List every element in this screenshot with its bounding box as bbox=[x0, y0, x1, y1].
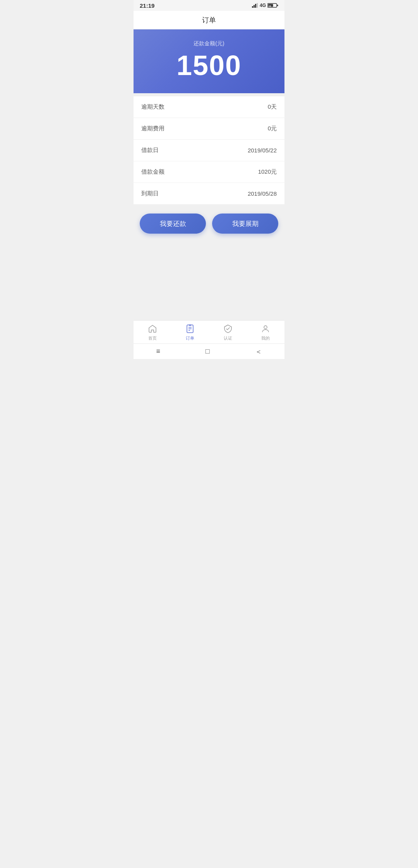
verify-icon bbox=[223, 324, 233, 334]
tab-verify[interactable]: 认证 bbox=[209, 324, 247, 341]
home-button[interactable]: □ bbox=[206, 347, 210, 355]
mine-icon bbox=[260, 324, 271, 334]
tab-verify-label: 认证 bbox=[224, 335, 232, 341]
detail-value-0: 0天 bbox=[268, 103, 277, 111]
back-button[interactable]: ＜ bbox=[255, 347, 262, 356]
status-time: 21:19 bbox=[140, 2, 154, 9]
tab-mine[interactable]: 我的 bbox=[247, 324, 285, 341]
menu-button[interactable]: ≡ bbox=[156, 347, 160, 355]
svg-rect-5 bbox=[277, 5, 278, 6]
svg-rect-0 bbox=[252, 6, 253, 8]
tab-bar: 首页 订单 认证 我的 bbox=[134, 320, 284, 343]
detail-label-2: 借款日 bbox=[141, 147, 159, 154]
hero-amount: 1500 bbox=[141, 50, 277, 81]
order-icon bbox=[185, 324, 195, 334]
svg-rect-1 bbox=[254, 5, 255, 8]
detail-label-0: 逾期天数 bbox=[141, 103, 164, 111]
tab-order-label: 订单 bbox=[186, 335, 194, 341]
detail-label-1: 逾期费用 bbox=[141, 125, 164, 132]
svg-rect-12 bbox=[189, 325, 191, 326]
tab-mine-label: 我的 bbox=[261, 335, 270, 341]
action-section: 我要还款 我要展期 bbox=[134, 204, 284, 243]
detail-row: 借款金额 1020元 bbox=[134, 161, 284, 183]
status-icons: 4G 58 bbox=[252, 3, 278, 8]
page-title: 订单 bbox=[202, 15, 216, 25]
tab-order[interactable]: 订单 bbox=[171, 324, 209, 341]
detail-row: 借款日 2019/05/22 bbox=[134, 140, 284, 161]
svg-rect-2 bbox=[255, 4, 256, 8]
header: 订单 bbox=[134, 11, 284, 29]
hero-label: 还款金额(元) bbox=[141, 40, 277, 47]
network-label: 4G bbox=[260, 3, 266, 8]
details-section: 逾期天数 0天 逾期费用 0元 借款日 2019/05/22 借款金额 1020… bbox=[134, 96, 284, 204]
battery-icon: 58 bbox=[267, 3, 278, 8]
detail-value-3: 1020元 bbox=[258, 168, 277, 176]
nav-bar: ≡ □ ＜ bbox=[134, 343, 284, 359]
detail-value-1: 0元 bbox=[268, 125, 277, 132]
signal-icon bbox=[252, 3, 258, 8]
tab-home[interactable]: 首页 bbox=[134, 324, 171, 341]
home-icon bbox=[147, 324, 158, 334]
detail-value-2: 2019/05/22 bbox=[248, 147, 277, 154]
detail-value-4: 2019/05/28 bbox=[248, 190, 277, 197]
svg-text:58: 58 bbox=[269, 5, 271, 7]
hero-banner: 还款金额(元) 1500 bbox=[134, 29, 284, 93]
repay-button[interactable]: 我要还款 bbox=[140, 214, 206, 234]
detail-row: 逾期天数 0天 bbox=[134, 96, 284, 118]
tab-home-label: 首页 bbox=[148, 335, 157, 341]
content-spacer bbox=[134, 243, 284, 320]
svg-rect-3 bbox=[257, 3, 258, 8]
extend-button[interactable]: 我要展期 bbox=[212, 214, 278, 234]
detail-label-4: 到期日 bbox=[141, 190, 159, 197]
detail-row: 逾期费用 0元 bbox=[134, 118, 284, 140]
detail-label-3: 借款金额 bbox=[141, 168, 164, 176]
status-bar: 21:19 4G 58 bbox=[134, 0, 284, 11]
detail-row: 到期日 2019/05/28 bbox=[134, 183, 284, 204]
svg-point-13 bbox=[264, 326, 267, 329]
